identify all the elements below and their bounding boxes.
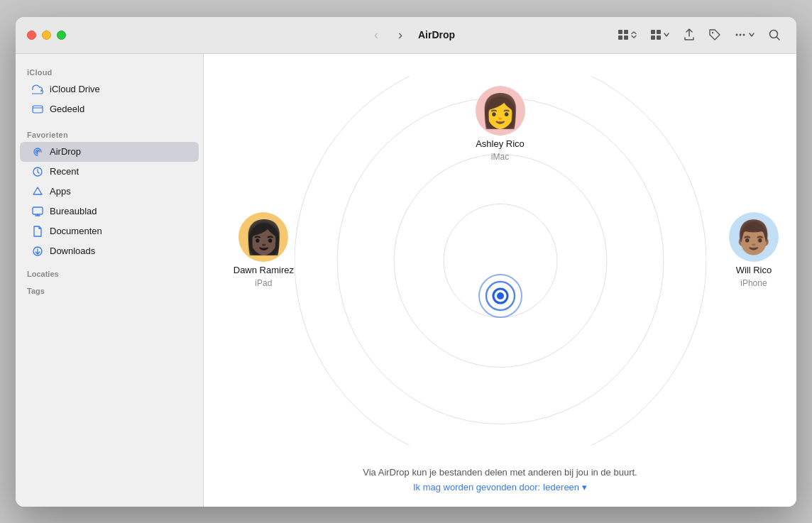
- radar-center-icon: [476, 272, 525, 323]
- visibility-dropdown[interactable]: Ik mag worden gevonden door: Iedereen ▾: [363, 482, 637, 492]
- device-dawn[interactable]: 👩🏿 Dawn Ramirez iPad: [234, 212, 294, 288]
- documenten-icon: [31, 225, 44, 238]
- traffic-lights: [27, 31, 212, 40]
- icloud-section-label: iCloud: [16, 62, 203, 79]
- forward-button[interactable]: ›: [394, 26, 407, 44]
- device-ashley[interactable]: 👩 Ashley Rico iMac: [476, 86, 525, 162]
- apps-label: Apps: [50, 186, 71, 197]
- ashley-avatar-emoji: 👩: [480, 92, 520, 130]
- visibility-label: Ik mag worden gevonden door: Iedereen: [413, 482, 579, 492]
- downloads-icon: [31, 245, 44, 258]
- will-device: iPhone: [740, 278, 767, 288]
- sidebar-item-icloud-drive[interactable]: iCloud Drive: [20, 79, 199, 99]
- bottom-info: Via AirDrop kun je bestanden delen met a…: [349, 456, 651, 507]
- bureaublad-label: Bureaublad: [50, 206, 97, 216]
- view-options-button[interactable]: [646, 26, 674, 43]
- svg-point-25: [497, 292, 504, 299]
- svg-rect-5: [657, 30, 661, 34]
- icloud-drive-icon: [31, 83, 44, 96]
- icloud-drive-label: iCloud Drive: [50, 84, 100, 94]
- sidebar-item-bureaublad[interactable]: Bureaublad: [20, 202, 199, 221]
- documenten-label: Documenten: [50, 226, 102, 236]
- chevron-down-icon: ▾: [582, 482, 587, 492]
- gedeeld-icon: [31, 103, 44, 116]
- svg-point-19: [394, 154, 607, 367]
- will-name: Will Rico: [736, 265, 772, 275]
- airdrop-label: AirDrop: [50, 146, 81, 157]
- svg-rect-6: [651, 35, 655, 40]
- device-will[interactable]: 👨🏽 Will Rico iPhone: [729, 212, 779, 288]
- titlebar: ‹ › AirDrop: [16, 17, 796, 54]
- svg-rect-2: [618, 35, 622, 40]
- svg-rect-0: [618, 30, 622, 34]
- svg-rect-4: [651, 30, 655, 34]
- sidebar: iCloud iCloud Drive Gedeeld: [16, 54, 204, 507]
- content-area: 👩 Ashley Rico iMac 👩🏿 Dawn Ramirez iPad: [204, 54, 796, 507]
- titlebar-center: ‹ › AirDrop: [212, 26, 613, 44]
- view-grid-button[interactable]: [613, 26, 642, 43]
- gedeeld-label: Gedeeld: [50, 104, 84, 114]
- sidebar-item-airdrop[interactable]: AirDrop: [20, 142, 199, 162]
- recent-label: Recent: [50, 166, 79, 177]
- sidebar-item-apps[interactable]: Apps: [20, 182, 199, 202]
- sidebar-item-documenten[interactable]: Documenten: [20, 221, 199, 241]
- chevron-up-down-icon: [630, 31, 637, 38]
- maximize-button[interactable]: [57, 31, 66, 40]
- dawn-avatar-emoji: 👩🏿: [243, 218, 284, 256]
- airdrop-icon: [31, 145, 44, 158]
- finder-window: ‹ › AirDrop: [16, 17, 796, 507]
- more-button[interactable]: [730, 26, 759, 44]
- tags-section-label: Tags: [16, 281, 203, 298]
- svg-point-9: [736, 34, 738, 36]
- svg-point-14: [37, 150, 38, 152]
- sidebar-item-gedeeld[interactable]: Gedeeld: [20, 99, 199, 119]
- svg-point-10: [740, 34, 742, 36]
- dawn-name: Dawn Ramirez: [234, 265, 294, 275]
- favorieten-section-label: Favorieten: [16, 125, 203, 142]
- dawn-device: iPad: [255, 278, 272, 288]
- ashley-name: Ashley Rico: [476, 138, 525, 149]
- svg-rect-7: [657, 35, 661, 40]
- sidebar-item-downloads[interactable]: Downloads: [20, 241, 199, 261]
- airdrop-description: Via AirDrop kun je bestanden delen met a…: [363, 467, 637, 478]
- titlebar-actions: [613, 26, 785, 44]
- svg-rect-13: [33, 106, 43, 113]
- chevron-down-icon: [663, 31, 670, 38]
- share-button[interactable]: [679, 26, 700, 44]
- bureaublad-icon: [31, 205, 44, 218]
- downloads-label: Downloads: [50, 246, 95, 256]
- tag-button[interactable]: [704, 26, 725, 44]
- back-button[interactable]: ‹: [370, 26, 383, 44]
- svg-rect-3: [624, 35, 628, 40]
- will-avatar-emoji: 👨🏽: [733, 218, 774, 256]
- main-area: iCloud iCloud Drive Gedeeld: [16, 54, 796, 507]
- svg-rect-1: [624, 30, 628, 34]
- svg-point-11: [743, 34, 745, 36]
- locaties-section-label: Locaties: [16, 261, 203, 281]
- svg-point-8: [712, 32, 713, 33]
- ashley-device: iMac: [491, 152, 509, 162]
- sidebar-item-recent[interactable]: Recent: [20, 162, 199, 182]
- apps-icon: [31, 185, 44, 198]
- recent-icon: [31, 165, 44, 178]
- airdrop-area: 👩 Ashley Rico iMac 👩🏿 Dawn Ramirez iPad: [204, 54, 796, 456]
- window-title: AirDrop: [418, 29, 455, 40]
- svg-rect-16: [33, 207, 43, 214]
- minimize-button[interactable]: [42, 31, 51, 40]
- close-button[interactable]: [27, 31, 36, 40]
- search-button[interactable]: [764, 26, 785, 44]
